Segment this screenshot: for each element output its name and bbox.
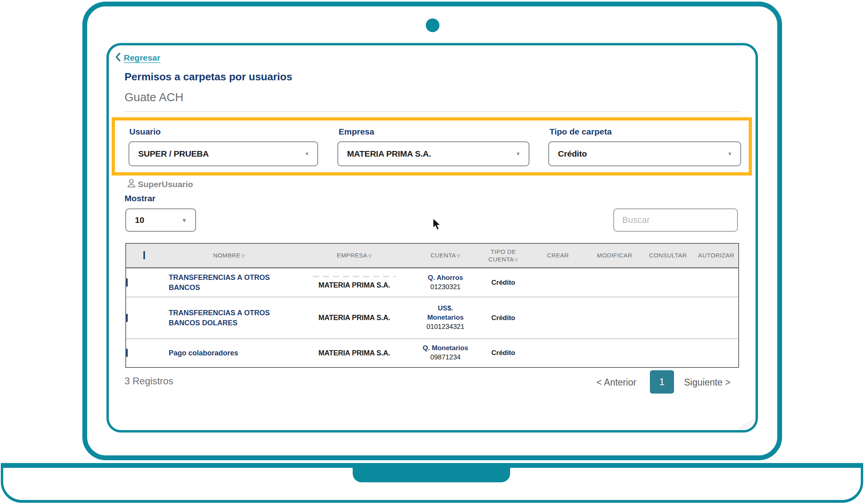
page-title: Permisos a carpetas por usuarios bbox=[125, 71, 292, 83]
page-size-dropdown[interactable]: 10 ▼ bbox=[125, 208, 196, 232]
usuario-dropdown[interactable]: SUPER / PRUEBA ▼ bbox=[129, 141, 318, 166]
webcam-dot bbox=[426, 18, 439, 32]
chevron-left-icon bbox=[115, 52, 121, 63]
cuenta-type: Monetarios bbox=[427, 313, 464, 322]
tipo-carpeta-dropdown-value: Crédito bbox=[558, 149, 587, 159]
pagination-next[interactable]: Siguiente > bbox=[684, 377, 731, 388]
permissions-table: NOMBRE▽ EMPRESA▽ CUENTA▽ TIPO DECUENTA▽ … bbox=[125, 243, 739, 368]
caret-down-icon: ▼ bbox=[516, 151, 521, 157]
empresa-cell: MATERIA PRIMA S.A. bbox=[319, 281, 390, 290]
tipo-cuenta-cell: Crédito bbox=[478, 314, 529, 322]
laptop-mockup: Regresar Permisos a carpetas por usuario… bbox=[0, 0, 864, 504]
laptop-base-notch bbox=[353, 463, 510, 482]
empresa-label: Empresa bbox=[339, 127, 374, 137]
folder-name-link[interactable]: TRANSFERENCIAS A OTROS BANCOS DOLARES bbox=[169, 308, 277, 328]
empresa-dropdown[interactable]: MATERIA PRIMA S.A. ▼ bbox=[337, 141, 529, 166]
pagination-prev[interactable]: < Anterior bbox=[596, 377, 636, 388]
app-screen: Regresar Permisos a carpetas por usuario… bbox=[106, 43, 758, 433]
select-all-checkbox[interactable] bbox=[143, 251, 145, 259]
table-row: Pago colaboradores MATERIA PRIMA S.A. Q.… bbox=[126, 339, 738, 367]
superuser-badge: SuperUsuario bbox=[126, 178, 193, 190]
cuenta-type: Q. Monetarios bbox=[423, 344, 468, 353]
table-row: TRANSFERENCIAS A OTROS BANCOS DOLARES MA… bbox=[126, 297, 738, 339]
caret-down-icon: ▼ bbox=[181, 217, 187, 224]
folder-name-link[interactable]: Pago colaboradores bbox=[169, 348, 277, 358]
col-header-nombre[interactable]: NOMBRE▽ bbox=[162, 252, 296, 259]
tipo-cuenta-cell: Crédito bbox=[478, 349, 529, 357]
table-row: TRANSFERENCIAS A OTROS BANCOS MATERIA PR… bbox=[126, 268, 738, 297]
page-subtitle: Guate ACH bbox=[125, 91, 184, 104]
redaction-artifact bbox=[313, 276, 396, 277]
back-link-label[interactable]: Regresar bbox=[124, 53, 160, 63]
usuario-dropdown-value: SUPER / PRUEBA bbox=[138, 149, 209, 159]
col-header-autorizar: AUTORIZAR bbox=[694, 252, 738, 259]
col-header-empresa[interactable]: EMPRESA▽ bbox=[296, 252, 413, 259]
usuario-label: Usuario bbox=[129, 127, 161, 137]
col-header-tipo-cuenta[interactable]: TIPO DECUENTA▽ bbox=[478, 248, 529, 263]
caret-down-icon: ▼ bbox=[304, 151, 309, 157]
empresa-cell: MATERIA PRIMA S.A. bbox=[319, 349, 390, 357]
col-header-modificar: MODIFICAR bbox=[587, 252, 642, 259]
person-icon bbox=[126, 178, 137, 190]
sort-icon: ▽ bbox=[457, 253, 460, 258]
tipo-carpeta-dropdown[interactable]: Crédito ▼ bbox=[548, 141, 741, 166]
mostrar-label: Mostrar bbox=[125, 194, 155, 203]
search-input[interactable] bbox=[613, 208, 738, 232]
cuenta-number: 09871234 bbox=[430, 353, 461, 362]
sort-icon: ▽ bbox=[515, 257, 518, 262]
cuenta-type: Q. Ahorros bbox=[428, 273, 463, 283]
tipo-carpeta-label: Tipo de carpeta bbox=[549, 127, 612, 137]
cuenta-type: US$. bbox=[438, 304, 453, 313]
cursor-icon bbox=[431, 217, 443, 233]
caret-down-icon: ▼ bbox=[727, 151, 732, 157]
table-header-row: NOMBRE▽ EMPRESA▽ CUENTA▽ TIPO DECUENTA▽ … bbox=[126, 244, 738, 268]
pagination-page-1[interactable]: 1 bbox=[650, 370, 674, 394]
col-header-crear: CREAR bbox=[529, 252, 587, 259]
superuser-badge-label: SuperUsuario bbox=[138, 180, 193, 189]
cuenta-number: 01230321 bbox=[430, 283, 461, 292]
sort-icon: ▽ bbox=[368, 253, 372, 258]
col-header-cuenta[interactable]: CUENTA▽ bbox=[413, 252, 478, 259]
folder-name-link[interactable]: TRANSFERENCIAS A OTROS BANCOS bbox=[169, 273, 277, 292]
empresa-cell: MATERIA PRIMA S.A. bbox=[319, 314, 390, 322]
row-checkbox[interactable] bbox=[126, 314, 128, 322]
empresa-dropdown-value: MATERIA PRIMA S.A. bbox=[347, 149, 431, 159]
row-checkbox[interactable] bbox=[126, 278, 128, 287]
cuenta-number: 0101234321 bbox=[427, 322, 465, 332]
sort-icon: ▽ bbox=[241, 253, 245, 258]
records-count: 3 Registros bbox=[125, 375, 173, 387]
header-divider bbox=[125, 111, 740, 112]
col-header-consultar: CONSULTAR bbox=[642, 252, 694, 259]
page-size-value: 10 bbox=[135, 215, 144, 225]
back-link[interactable]: Regresar bbox=[115, 52, 160, 63]
row-checkbox[interactable] bbox=[126, 349, 128, 357]
